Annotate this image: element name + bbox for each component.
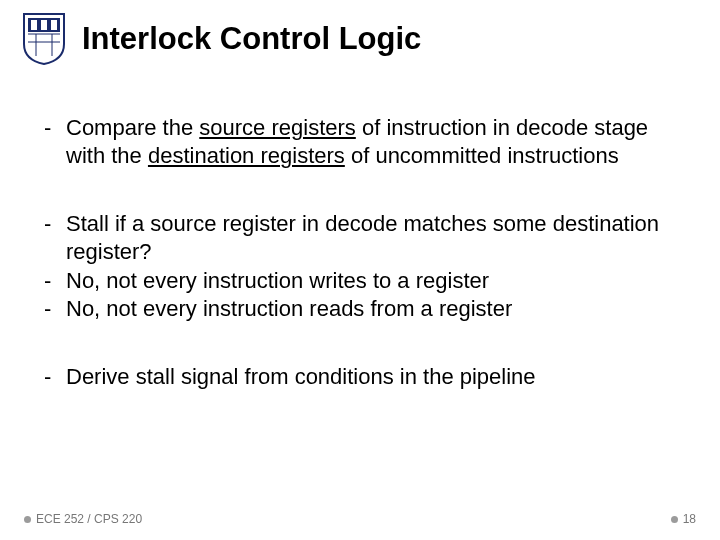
bullet-icon — [24, 516, 31, 523]
svg-rect-2 — [41, 20, 47, 30]
footer-page: 18 — [671, 512, 696, 526]
bullet-text: Compare the source registers of instruct… — [66, 114, 678, 170]
university-shield-icon — [22, 12, 66, 66]
text-fragment: of uncommitted instructions — [345, 143, 619, 168]
footer-course: ECE 252 / CPS 220 — [24, 512, 142, 526]
bullet-group-3: - Derive stall signal from conditions in… — [42, 363, 678, 391]
bullet-item: - No, not every instruction writes to a … — [42, 267, 678, 295]
dash-icon: - — [42, 267, 66, 295]
slide-footer: ECE 252 / CPS 220 18 — [0, 512, 720, 526]
text-fragment: Compare the — [66, 115, 199, 140]
bullet-item: - Derive stall signal from conditions in… — [42, 363, 678, 391]
bullet-icon — [671, 516, 678, 523]
bullet-text: Derive stall signal from conditions in t… — [66, 363, 678, 391]
bullet-group-2: - Stall if a source register in decode m… — [42, 210, 678, 323]
bullet-group-1: - Compare the source registers of instru… — [42, 114, 678, 170]
svg-rect-1 — [31, 20, 37, 30]
underline-text: destination registers — [148, 143, 345, 168]
dash-icon: - — [42, 295, 66, 323]
bullet-item: - Compare the source registers of instru… — [42, 114, 678, 170]
svg-rect-3 — [51, 20, 57, 30]
slide-title: Interlock Control Logic — [82, 21, 421, 57]
bullet-text: No, not every instruction writes to a re… — [66, 267, 678, 295]
slide-body: - Compare the source registers of instru… — [0, 66, 720, 391]
slide-header: Interlock Control Logic — [0, 0, 720, 66]
page-number: 18 — [683, 512, 696, 526]
underline-text: source registers — [199, 115, 356, 140]
bullet-item: - No, not every instruction reads from a… — [42, 295, 678, 323]
dash-icon: - — [42, 114, 66, 142]
dash-icon: - — [42, 210, 66, 238]
bullet-text: Stall if a source register in decode mat… — [66, 210, 678, 266]
dash-icon: - — [42, 363, 66, 391]
course-code: ECE 252 / CPS 220 — [36, 512, 142, 526]
bullet-text: No, not every instruction reads from a r… — [66, 295, 678, 323]
bullet-item: - Stall if a source register in decode m… — [42, 210, 678, 266]
